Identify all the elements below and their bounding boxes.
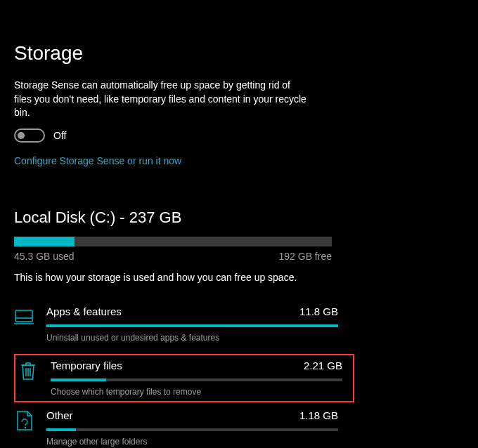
- disk-usage-bar-fill: [14, 237, 75, 246]
- category-head: Temporary files2.21 GB: [51, 360, 342, 371]
- storage-sense-description: Storage Sense can automatically free up …: [14, 79, 309, 120]
- category-body: Other1.18 GBManage other large folders: [46, 409, 338, 447]
- category-name: Other: [46, 409, 73, 421]
- category-size: 11.8 GB: [299, 305, 338, 317]
- storage-sense-toggle-label: Off: [53, 130, 66, 141]
- category-desc: Uninstall unused or undesired apps & fea…: [46, 333, 338, 343]
- category-bar: [51, 378, 342, 381]
- disk-usage-bar: [14, 237, 332, 246]
- disk-subtext: This is how your storage is used and how…: [14, 272, 464, 283]
- category-bar-fill: [46, 428, 76, 431]
- svg-point-7: [25, 427, 25, 428]
- category-head: Apps & features11.8 GB: [46, 305, 338, 317]
- category-size: 1.18 GB: [299, 409, 338, 421]
- category-temporary-files[interactable]: Temporary files2.21 GBChoose which tempo…: [18, 360, 350, 397]
- toggle-knob-icon: [18, 132, 25, 139]
- category-size: 2.21 GB: [304, 360, 342, 371]
- category-apps-features[interactable]: Apps & features11.8 GBUninstall unused o…: [14, 303, 464, 350]
- category-desc: Manage other large folders: [46, 437, 338, 447]
- disk-free-label: 192 GB free: [279, 251, 332, 262]
- category-desc: Choose which temporary files to remove: [51, 387, 342, 397]
- category-body: Temporary files2.21 GBChoose which tempo…: [51, 360, 342, 397]
- category-other[interactable]: Other1.18 GBManage other large folders: [14, 407, 464, 448]
- category-bar-fill: [51, 378, 106, 381]
- other-icon: [14, 411, 34, 430]
- category-bar: [46, 324, 338, 327]
- local-disk-title: Local Disk (C:) - 237 GB: [14, 209, 464, 227]
- trash-icon: [18, 361, 38, 381]
- categories-list: Apps & features11.8 GBUninstall unused o…: [14, 303, 464, 448]
- configure-storage-sense-link[interactable]: Configure Storage Sense or run it now: [14, 155, 464, 166]
- category-head: Other1.18 GB: [46, 409, 338, 421]
- category-name: Temporary files: [51, 360, 122, 371]
- svg-rect-0: [15, 310, 32, 322]
- storage-sense-toggle[interactable]: [14, 129, 45, 143]
- category-bar: [46, 428, 338, 431]
- page-title: Storage: [14, 42, 464, 65]
- category-bar-fill: [46, 324, 338, 327]
- category-name: Apps & features: [46, 305, 122, 317]
- disk-stats: 45.3 GB used 192 GB free: [14, 251, 332, 262]
- disk-used-label: 45.3 GB used: [14, 251, 75, 262]
- highlight-box: Temporary files2.21 GBChoose which tempo…: [14, 354, 354, 402]
- storage-sense-toggle-row: Off: [14, 129, 464, 143]
- apps-icon: [14, 307, 34, 327]
- category-body: Apps & features11.8 GBUninstall unused o…: [46, 305, 338, 343]
